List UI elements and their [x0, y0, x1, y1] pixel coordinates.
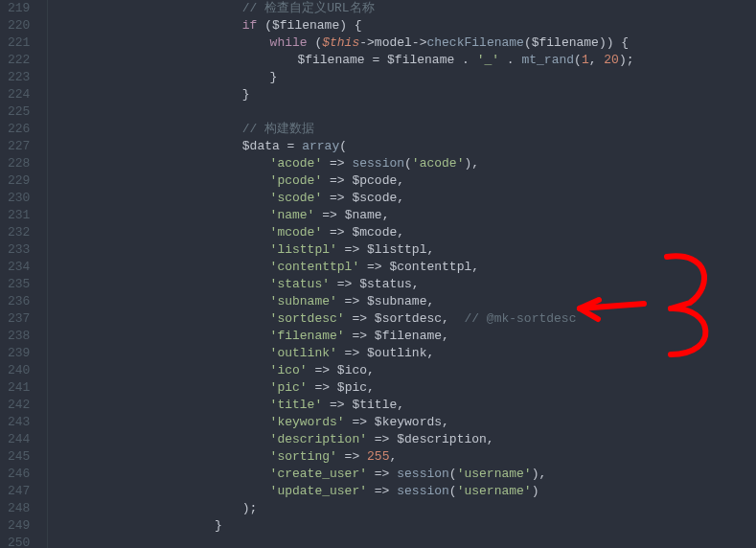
code-line[interactable]: [54, 103, 633, 121]
line-number: 228: [8, 155, 30, 172]
code-line[interactable]: }: [54, 69, 633, 86]
code-line[interactable]: 'contenttpl' => $contenttpl,: [54, 259, 633, 276]
code-line[interactable]: 'name' => $name,: [54, 207, 633, 224]
token: mt_rand: [521, 53, 574, 67]
code-line[interactable]: // 构建数据: [54, 121, 633, 138]
token: )) {: [599, 35, 629, 50]
line-number: 238: [8, 328, 30, 345]
token: =>: [322, 191, 352, 205]
token: 'subname': [270, 294, 337, 308]
token: 'sortdesc': [270, 311, 345, 326]
token: 'scode': [270, 191, 323, 205]
token: =>: [367, 432, 397, 446]
token: '_': [477, 53, 499, 67]
token: =>: [337, 242, 367, 257]
code-line[interactable]: }: [54, 86, 633, 103]
code-line[interactable]: 'acode' => session('acode'),: [54, 155, 633, 172]
token: 'create_user': [270, 467, 367, 481]
code-line[interactable]: // 检查自定义URL名称: [54, 0, 633, 17]
token: ->: [412, 35, 427, 50]
line-number: 248: [8, 500, 30, 517]
token: $keywords: [375, 415, 442, 429]
token: 'name': [270, 208, 315, 222]
code-line[interactable]: 'create_user' => session('username'),: [54, 466, 633, 483]
token: 20: [604, 53, 619, 67]
code-line[interactable]: while ($this->model->checkFilename($file…: [54, 34, 633, 52]
token: }: [215, 518, 222, 533]
token: $this: [322, 35, 359, 50]
token: (: [449, 484, 457, 498]
code-line[interactable]: $filename = $filename . '_' . mt_rand(1,…: [54, 52, 633, 69]
token: ,: [426, 242, 434, 257]
token: (: [404, 156, 412, 171]
code-line[interactable]: 'filename' => $filename,: [54, 328, 633, 345]
token: model: [375, 35, 412, 50]
line-number: 244: [8, 431, 30, 448]
line-number: 233: [8, 241, 30, 259]
code-line[interactable]: 'listtpl' => $listtpl,: [54, 241, 633, 259]
token: // @mk-sortdesc: [464, 311, 576, 326]
code-line[interactable]: 'ico' => $ico,: [54, 362, 633, 379]
code-line[interactable]: 'status' => $status,: [54, 276, 633, 293]
token: 'sorting': [270, 449, 337, 464]
code-line[interactable]: 'sorting' => 255,: [54, 448, 633, 466]
token: ,: [426, 346, 434, 360]
line-number: 219: [8, 0, 30, 17]
token: $contenttpl: [389, 260, 471, 274]
token: $listtpl: [367, 242, 426, 257]
code-line[interactable]: 'title' => $title,: [54, 397, 633, 414]
token: =>: [345, 311, 375, 326]
line-number: 235: [8, 276, 30, 293]
token: session: [397, 484, 449, 498]
code-line[interactable]: 'scode' => $scode,: [54, 190, 633, 207]
code-line[interactable]: 'mcode' => $mcode,: [54, 224, 633, 241]
token: =>: [345, 415, 375, 429]
code-line[interactable]: 'update_user' => session('username'): [54, 483, 633, 500]
token: checkFilename: [426, 35, 523, 50]
token: ,: [412, 277, 420, 291]
token: ,: [471, 260, 479, 274]
line-number: 249: [8, 517, 30, 535]
token: $mcode: [352, 225, 397, 240]
line-number-gutter: 2192202212222232242252262272282292302312…: [0, 0, 48, 548]
code-line[interactable]: 'description' => $description,: [54, 431, 633, 448]
token: $filename: [387, 53, 454, 67]
code-line[interactable]: 'pic' => $pic,: [54, 379, 633, 397]
token: ,: [389, 449, 397, 464]
token: 'outlink': [270, 346, 337, 360]
token: ,: [426, 294, 434, 308]
token: 'username': [457, 467, 532, 481]
token: 'filename': [270, 329, 345, 343]
code-area[interactable]: // 检查自定义URL名称if ($filename) {while ($thi…: [48, 0, 633, 548]
line-number: 231: [8, 207, 30, 224]
code-line[interactable]: if ($filename) {: [54, 17, 633, 34]
line-number: 221: [8, 34, 30, 52]
code-line[interactable]: 'pcode' => $pcode,: [54, 172, 633, 190]
code-line[interactable]: 'sortdesc' => $sortdesc, // @mk-sortdesc: [54, 310, 633, 328]
token: =>: [322, 156, 352, 171]
code-line[interactable]: 'subname' => $subname,: [54, 293, 633, 310]
token: 255: [367, 449, 389, 464]
token: ,: [397, 191, 404, 205]
code-line[interactable]: [54, 535, 633, 548]
token: // 检查自定义URL名称: [242, 1, 375, 15]
token: $description: [397, 432, 487, 446]
token: ,: [397, 398, 404, 412]
token: ),: [532, 467, 547, 481]
token: 'status': [270, 277, 330, 291]
line-number: 232: [8, 224, 30, 241]
code-line[interactable]: 'keywords' => $keywords,: [54, 414, 633, 431]
token: 'pcode': [270, 173, 323, 188]
line-number: 223: [8, 69, 30, 86]
token: =>: [337, 449, 367, 464]
token: // 构建数据: [242, 122, 314, 136]
token: =>: [322, 398, 352, 412]
code-line[interactable]: 'outlink' => $outlink,: [54, 345, 633, 362]
code-line[interactable]: }: [54, 517, 633, 535]
token: $filename: [532, 35, 599, 50]
token: ) {: [339, 18, 361, 33]
code-editor[interactable]: 2192202212222232242252262272282292302312…: [0, 0, 756, 548]
code-line[interactable]: );: [54, 500, 633, 517]
token: 'pic': [270, 380, 308, 395]
code-line[interactable]: $data = array(: [54, 138, 633, 155]
